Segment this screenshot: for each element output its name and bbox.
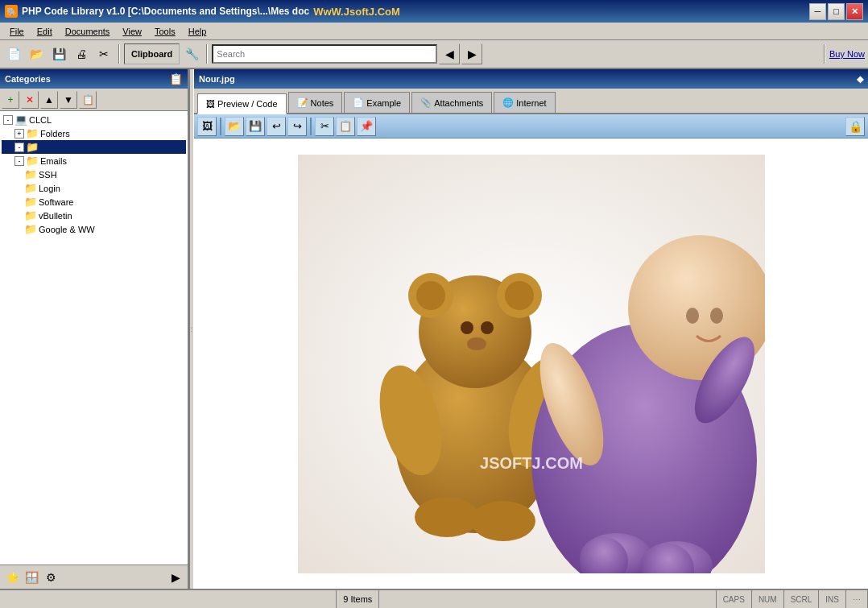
- tab-preview[interactable]: 🖼 Preview / Code: [197, 93, 287, 114]
- categories-title: Categories: [5, 74, 51, 84]
- right-panel: Nour.jpg ◆ 🖼 Preview / Code 📝 Notes 📄 Ex…: [194, 69, 868, 589]
- separator-2: [206, 44, 208, 64]
- expand-selected[interactable]: -: [14, 143, 24, 152]
- settings-icon[interactable]: ⚙: [42, 569, 60, 586]
- buy-now-link[interactable]: Buy Now: [829, 49, 865, 59]
- internet-tab-icon: 🌐: [502, 97, 514, 108]
- lock-btn[interactable]: 🔒: [845, 117, 865, 136]
- favorites-icon[interactable]: ⭐: [3, 569, 21, 586]
- watermark-text: JSOFTJ.COM: [480, 454, 583, 472]
- tab-notes[interactable]: 📝 Notes: [288, 92, 343, 113]
- tab-attachments[interactable]: 📎 Attachments: [411, 92, 492, 113]
- baby-image: JSOFTJ.COM: [298, 155, 765, 573]
- ssh-icon: 📁: [24, 168, 37, 180]
- extra-indicator: ⋯: [846, 590, 868, 608]
- doc-toolbar: 🖼 📂 💾 ↩ ↪ ✂ 📋 📌 🔒: [194, 114, 868, 139]
- clipboard-label: Clipboard: [124, 43, 180, 64]
- folders-label: Folders: [40, 129, 70, 139]
- login-icon: 📁: [24, 182, 37, 194]
- categories-header: Categories 📋: [0, 69, 188, 89]
- undo-btn[interactable]: ↩: [267, 117, 286, 136]
- svg-point-7: [505, 281, 534, 310]
- menu-tools[interactable]: Tools: [148, 25, 182, 38]
- expand-panel-icon[interactable]: ▶: [167, 569, 184, 586]
- paste-btn[interactable]: 📌: [357, 117, 376, 136]
- tree-item-software[interactable]: 📁 Software: [2, 195, 186, 209]
- tree-item-selected[interactable]: - 📁: [2, 140, 186, 154]
- emails-icon: 📁: [26, 155, 39, 167]
- ins-indicator: INS: [819, 590, 846, 608]
- new-button[interactable]: 📄: [3, 43, 24, 64]
- doc-title: Nour.jpg: [199, 74, 235, 84]
- menu-view[interactable]: View: [116, 25, 148, 38]
- search-back-button[interactable]: ◀: [439, 43, 460, 64]
- google-label: Google & WW: [39, 225, 95, 234]
- doc-sep-2: [310, 118, 312, 135]
- folders-icon: 📁: [26, 127, 39, 139]
- expand-folders[interactable]: +: [14, 129, 24, 139]
- cut-btn[interactable]: ✂: [315, 117, 334, 136]
- svg-point-17: [686, 308, 699, 324]
- view-btn[interactable]: 🖼: [197, 117, 217, 136]
- example-tab-label: Example: [366, 98, 401, 108]
- main-toolbar: 📄 📂 💾 🖨 ✂ Clipboard 🔧 ◀ ▶ Buy Now: [0, 40, 868, 69]
- menu-documents[interactable]: Documents: [59, 25, 117, 38]
- internet-tab-label: Internet: [516, 98, 546, 108]
- remove-button[interactable]: ✕: [21, 91, 39, 109]
- window-title-watermark: WwW.JsoftJ.CoM: [313, 6, 400, 18]
- close-button[interactable]: ✕: [846, 3, 863, 20]
- add-button[interactable]: +: [2, 91, 19, 109]
- windows-icon[interactable]: 🪟: [23, 569, 40, 586]
- items-count: 9 Items: [337, 590, 379, 608]
- menu-file[interactable]: File: [3, 25, 31, 38]
- tree-item-google[interactable]: 📁 Google & WW: [2, 222, 186, 236]
- svg-point-6: [416, 281, 445, 310]
- open-button[interactable]: 📂: [26, 43, 47, 64]
- copy-btn[interactable]: 📋: [336, 117, 355, 136]
- tree-view: - 💻 CLCL + 📁 Folders - 📁 - 📁 Emails 📁: [0, 111, 188, 565]
- attachments-tab-label: Attachments: [434, 98, 483, 108]
- tree-item-vbulletin[interactable]: 📁 vBulletin: [2, 209, 186, 222]
- expand-emails[interactable]: -: [14, 156, 24, 166]
- separator-3: [824, 44, 825, 64]
- tab-internet[interactable]: 🌐 Internet: [494, 92, 555, 113]
- window-title: PHP Code Library v1.0 [C:\Documents and …: [22, 6, 309, 17]
- tree-item-clcl[interactable]: - 💻 CLCL: [2, 113, 186, 126]
- save-button[interactable]: 💾: [48, 43, 69, 64]
- panel-bottom-icons: ⭐ 🪟 ⚙: [3, 569, 60, 586]
- tools-button[interactable]: 🔧: [181, 43, 202, 64]
- search-input[interactable]: [212, 44, 437, 64]
- down-button[interactable]: ▼: [60, 91, 77, 109]
- svg-point-13: [415, 497, 479, 537]
- maximize-button[interactable]: □: [828, 3, 845, 20]
- svg-point-8: [461, 321, 473, 334]
- caps-indicator: CAPS: [717, 590, 752, 608]
- menu-edit[interactable]: Edit: [31, 25, 59, 38]
- preview-tab-label: Preview / Code: [217, 99, 278, 109]
- save-doc-btn[interactable]: 💾: [246, 117, 265, 136]
- clcl-label: CLCL: [29, 115, 52, 125]
- example-tab-icon: 📄: [353, 97, 364, 108]
- software-icon: 📁: [24, 196, 37, 208]
- up-button[interactable]: ▲: [40, 91, 58, 109]
- print-button[interactable]: 🖨: [71, 43, 92, 64]
- minimize-button[interactable]: ─: [809, 3, 826, 20]
- panel-bottom: ⭐ 🪟 ⚙ ▶: [0, 565, 188, 589]
- properties-button[interactable]: 📋: [79, 91, 97, 109]
- redo-btn[interactable]: ↪: [287, 117, 307, 136]
- tab-example[interactable]: 📄 Example: [344, 92, 410, 113]
- menu-help[interactable]: Help: [182, 25, 213, 38]
- clcl-icon: 💻: [14, 114, 27, 126]
- scrl-indicator: SCRL: [784, 590, 820, 608]
- expand-clcl[interactable]: -: [3, 115, 13, 125]
- tree-item-ssh[interactable]: 📁 SSH: [2, 168, 186, 181]
- search-forward-button[interactable]: ▶: [461, 43, 482, 64]
- emails-label: Emails: [40, 156, 67, 166]
- attachments-tab-icon: 📎: [420, 97, 432, 108]
- delete-button[interactable]: ✂: [93, 43, 114, 64]
- preview-tab-icon: 🖼: [206, 99, 215, 109]
- tree-item-login[interactable]: 📁 Login: [2, 181, 186, 195]
- tree-item-folders[interactable]: + 📁 Folders: [2, 126, 186, 140]
- tree-item-emails[interactable]: - 📁 Emails: [2, 154, 186, 168]
- open-doc-btn[interactable]: 📂: [225, 117, 244, 136]
